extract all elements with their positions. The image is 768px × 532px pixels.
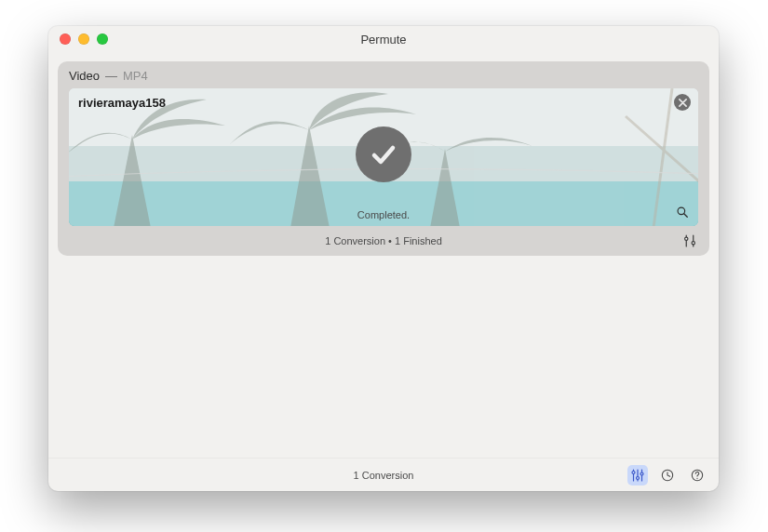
conversion-group-header[interactable]: Video — MP4 [58,61,709,88]
checkmark-icon [369,140,398,169]
remove-item-button[interactable] [674,94,691,111]
settings-sliders-icon [681,233,698,249]
bottom-summary: 1 Conversion [354,470,414,481]
window-close-button[interactable] [60,33,71,45]
bottom-toolbar [627,465,707,485]
conversion-item[interactable]: rivieramaya158 Completed. [69,88,698,226]
item-status: Completed. [69,209,698,220]
close-icon [679,99,687,107]
magnifier-icon [676,206,689,219]
svg-point-15 [637,476,640,479]
separator: — [105,69,117,83]
category-label: Video [69,69,100,83]
svg-point-9 [685,237,688,240]
svg-point-17 [640,472,643,475]
traffic-lights [60,33,108,45]
history-icon [660,468,675,483]
group-summary: 1 Conversion • 1 Finished [325,235,442,246]
format-label: MP4 [123,69,148,83]
conversion-group-card: Video — MP4 [58,61,709,256]
svg-point-13 [632,471,635,473]
window-title: Permute [48,33,719,47]
svg-point-11 [692,242,694,245]
svg-line-7 [684,214,688,218]
titlebar: Permute [48,26,719,52]
reveal-in-finder-button[interactable] [674,204,691,220]
window-zoom-button[interactable] [97,33,108,45]
svg-point-20 [696,477,697,478]
completed-badge [356,126,411,182]
group-settings-button[interactable] [681,233,698,249]
help-button[interactable] [687,465,707,485]
help-icon [690,468,705,483]
window-minimize-button[interactable] [78,33,89,45]
conversion-group-footer: 1 Conversion • 1 Finished [58,226,709,256]
presets-icon [629,467,646,484]
item-filename: rivieramaya158 [78,96,166,110]
bottom-bar: 1 Conversion [48,458,719,491]
presets-button[interactable] [627,465,648,485]
app-window: Permute Video — MP4 [48,26,719,491]
history-button[interactable] [657,465,678,485]
drop-zone[interactable] [48,256,719,458]
